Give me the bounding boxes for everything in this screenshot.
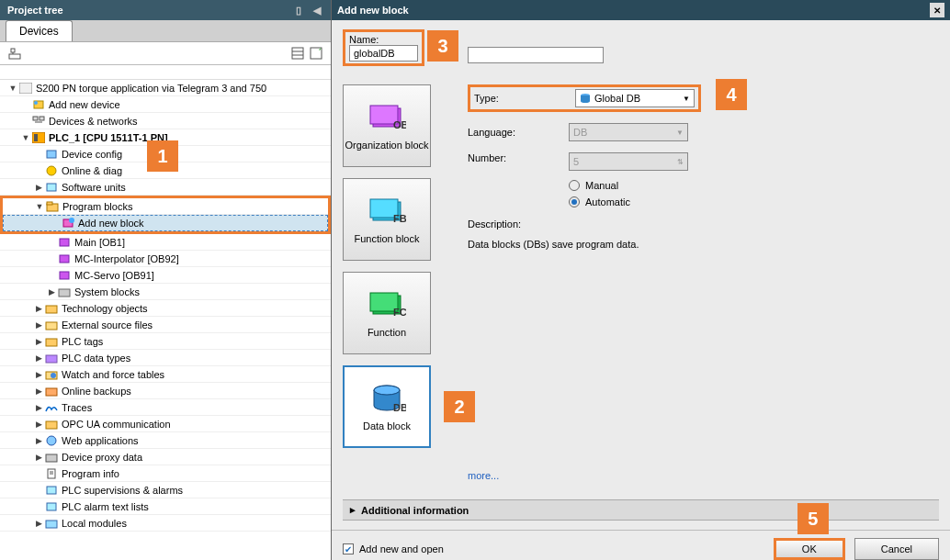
tree-local-modules[interactable]: ▶ Local modules	[0, 515, 331, 532]
type-label: Type:	[474, 93, 566, 104]
checkbox-icon: ✔	[343, 543, 354, 554]
ob-block-icon: OB	[368, 101, 406, 134]
chevron-down-icon[interactable]: ▼	[34, 202, 45, 211]
tree-plc-tags[interactable]: ▶ PLC tags	[0, 333, 331, 350]
svg-point-16	[47, 166, 56, 175]
chevron-right-icon: ▸	[350, 504, 356, 516]
tree-plc-data-types[interactable]: ▶ PLC data types	[0, 350, 331, 366]
tree-program-blocks[interactable]: ▼ Program blocks	[3, 198, 328, 215]
tree-external-source[interactable]: ▶ External source files	[0, 317, 331, 333]
chevron-right-icon[interactable]: ▶	[33, 337, 44, 346]
svg-rect-28	[46, 339, 57, 346]
svg-rect-11	[40, 117, 44, 120]
block-type-ob[interactable]: OB Organization block	[343, 84, 431, 167]
tree-add-new-block[interactable]: Add new block	[3, 215, 328, 231]
svg-rect-27	[46, 322, 57, 330]
plc-alarm-text-icon	[44, 500, 59, 513]
block-type-fb[interactable]: FB Function block	[343, 178, 431, 261]
ob-icon	[57, 236, 72, 249]
chevron-right-icon[interactable]: ▶	[33, 183, 44, 192]
collapse-icon[interactable]: ◀	[311, 4, 323, 17]
tree-opc-ua[interactable]: ▶ OPC UA communication	[0, 416, 331, 432]
more-link[interactable]: more...	[468, 470, 939, 481]
chevron-right-icon[interactable]: ▶	[33, 420, 44, 429]
tech-objects-icon	[44, 302, 59, 315]
system-blocks-icon	[57, 286, 72, 298]
tab-bar: Devices	[0, 20, 331, 42]
chevron-down-icon[interactable]: ▼	[7, 84, 18, 93]
close-icon[interactable]: ✕	[930, 3, 944, 17]
ob-icon	[57, 252, 72, 265]
tab-devices[interactable]: Devices	[6, 20, 73, 41]
svg-rect-24	[60, 272, 69, 279]
chevron-right-icon[interactable]: ▶	[33, 320, 44, 330]
name-input[interactable]	[349, 45, 418, 62]
cancel-button[interactable]: Cancel	[854, 538, 939, 560]
callout-2: 2	[444, 391, 475, 422]
tree-web-apps[interactable]: ▶ Web applications	[0, 432, 331, 449]
list-view-icon[interactable]	[290, 46, 305, 61]
chevron-right-icon[interactable]: ▶	[33, 403, 44, 412]
tree-mc-servo[interactable]: MC-Servo [OB91]	[0, 267, 331, 284]
chevron-right-icon[interactable]: ▶	[33, 304, 44, 313]
opc-ua-icon	[44, 418, 59, 431]
project-tree-panel: Project tree ▯ ◀ Devices ▼ S	[0, 0, 332, 560]
pin-icon[interactable]: ▯	[292, 4, 305, 17]
network-view-icon[interactable]	[7, 46, 22, 61]
chevron-right-icon[interactable]: ▶	[33, 386, 44, 396]
chevron-right-icon[interactable]: ▶	[33, 436, 44, 445]
tree-mc-interpolator[interactable]: MC-Interpolator [OB92]	[0, 251, 331, 267]
type-select[interactable]: Global DB ▼	[575, 89, 695, 107]
svg-text:DB: DB	[393, 402, 406, 413]
number-label: Number:	[468, 152, 560, 163]
block-type-fc[interactable]: FC Function	[343, 272, 431, 354]
chevron-right-icon[interactable]: ▶	[33, 353, 44, 363]
ob-icon	[57, 269, 72, 282]
tree-root[interactable]: ▼ S200 PN torque application via Telegra…	[0, 80, 331, 96]
tree-online-backups[interactable]: ▶ Online backups	[0, 383, 331, 399]
highlight-program-blocks: ▼ Program blocks Add new block	[0, 196, 331, 234]
external-source-icon	[44, 319, 59, 331]
plc-supervisions-icon	[44, 484, 59, 497]
chevron-right-icon[interactable]: ▶	[33, 370, 44, 379]
tree-software-units[interactable]: ▶ Software units	[0, 179, 331, 196]
block-type-list: OB Organization block FB Function block …	[343, 84, 431, 481]
program-blocks-icon	[45, 200, 60, 213]
block-type-db[interactable]: DB Data block	[343, 365, 431, 448]
program-info-icon	[44, 467, 59, 480]
tree-program-info[interactable]: Program info	[0, 465, 331, 482]
tree-plc-supervisions[interactable]: PLC supervisions & alarms	[0, 482, 331, 498]
additional-information-section[interactable]: ▸ Additional information	[343, 499, 939, 521]
svg-rect-3	[292, 48, 303, 59]
expand-icon[interactable]	[309, 46, 323, 61]
svg-rect-26	[46, 306, 57, 313]
tree-devices-networks[interactable]: Devices & networks	[0, 113, 331, 129]
dialog-body: Name: 3 OB Organization block FB Funct	[332, 20, 950, 530]
tree-system-blocks[interactable]: ▶ System blocks	[0, 284, 331, 300]
svg-text:OB: OB	[393, 119, 406, 130]
chevron-right-icon[interactable]: ▶	[46, 287, 57, 297]
add-device-icon	[31, 98, 46, 111]
project-tree-header: Project tree ▯ ◀	[0, 0, 331, 20]
ok-button[interactable]: OK	[774, 538, 845, 560]
chevron-down-icon[interactable]: ▼	[20, 133, 31, 142]
tree-tech-objects[interactable]: ▶ Technology objects	[0, 300, 331, 317]
svg-point-52	[374, 386, 400, 395]
project-tree[interactable]: ▼ S200 PN torque application via Telegra…	[0, 65, 331, 560]
plc-icon	[31, 131, 46, 144]
tree-add-device[interactable]: Add new device	[0, 96, 331, 113]
radio-automatic[interactable]: Automatic	[569, 196, 688, 207]
tree-main-ob1[interactable]: Main [OB1]	[0, 234, 331, 251]
add-new-open-checkbox[interactable]: ✔ Add new and open	[343, 543, 444, 554]
tree-traces[interactable]: ▶ Traces	[0, 399, 331, 416]
radio-manual[interactable]: Manual	[569, 180, 688, 191]
tree-device-proxy[interactable]: ▶ Device proxy data	[0, 449, 331, 465]
chevron-right-icon[interactable]: ▶	[33, 519, 44, 528]
name-input-extended[interactable]	[468, 47, 604, 63]
db-block-icon: DB	[368, 382, 406, 415]
svg-point-34	[47, 436, 56, 445]
online-diag-icon	[44, 164, 59, 177]
tree-watch-force[interactable]: ▶ Watch and force tables	[0, 366, 331, 383]
chevron-right-icon[interactable]: ▶	[33, 453, 44, 462]
tree-plc-alarm-text[interactable]: PLC alarm text lists	[0, 498, 331, 515]
